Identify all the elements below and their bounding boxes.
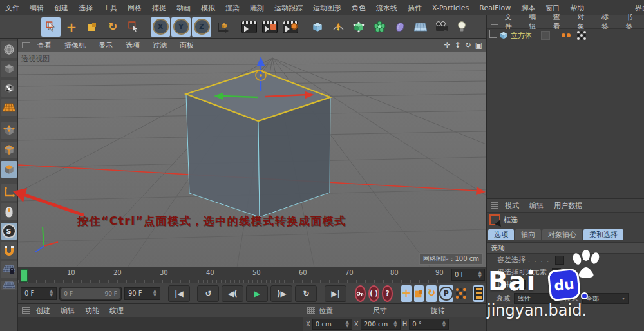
tab-soft-selection[interactable]: 柔和选择	[583, 229, 623, 240]
menu-mesh[interactable]: 网格	[122, 3, 147, 13]
tab-axis[interactable]: 轴向	[515, 229, 541, 240]
mode-dropdown[interactable]: 全部 ▾	[582, 293, 629, 304]
camera-button[interactable]	[431, 17, 451, 37]
panel-grid-icon[interactable]	[22, 307, 30, 314]
maximize-view-icon[interactable]: ▣	[475, 41, 482, 49]
falloff-dropdown[interactable]: 线性 ▾	[514, 293, 560, 304]
lock-z-axis-button[interactable]: Z	[192, 17, 211, 37]
keyframe-selection-button[interactable]: ?	[382, 285, 393, 302]
viewport-menu-options[interactable]: 选项	[119, 41, 146, 50]
next-frame-button[interactable]: )▶	[270, 285, 292, 302]
menu-help[interactable]: 帮助	[565, 3, 589, 13]
menu-snap[interactable]: 捕捉	[147, 3, 171, 13]
panel-grid-icon[interactable]	[491, 202, 498, 209]
rot-h-field[interactable]: 0 ° ▲▼	[409, 319, 449, 330]
viewport-menu-cameras[interactable]: 摄像机	[58, 41, 92, 50]
viewport-menu-view[interactable]: 查看	[31, 41, 58, 50]
menu-select[interactable]: 选择	[73, 3, 98, 13]
menu-animate[interactable]: 动画	[171, 3, 196, 13]
enable-checkbox[interactable]	[516, 280, 526, 289]
lock-x-axis-button[interactable]: X	[151, 17, 170, 37]
deformer-button[interactable]	[390, 17, 410, 37]
cube-object[interactable]	[186, 70, 330, 217]
timeline[interactable]: 0 10 20 30 40 50 60 70 80 90 0 F ▲▼	[18, 267, 486, 284]
material-menu-create[interactable]: 创建	[31, 306, 55, 316]
polygons-mode-button[interactable]	[1, 161, 17, 178]
play-backwards-button[interactable]: ↺	[197, 285, 219, 302]
menu-motion-tracker[interactable]: 运动跟踪	[269, 3, 308, 13]
menu-tools[interactable]: 工具	[98, 3, 122, 13]
viewport-menu-display[interactable]: 显示	[92, 41, 119, 50]
frame-range-slider[interactable]: 0 F 90 F	[59, 287, 122, 301]
material-menu-function[interactable]: 功能	[80, 306, 104, 316]
viewport-menu-panel[interactable]: 面板	[173, 41, 200, 50]
menu-plugins[interactable]: 插件	[402, 3, 427, 13]
move-tool-button[interactable]: +	[62, 17, 81, 37]
record-keyframe-button[interactable]	[355, 285, 366, 302]
stepper-icon[interactable]: ▲▼	[442, 321, 446, 328]
make-editable-button[interactable]	[1, 41, 17, 58]
stepper-icon[interactable]: ▲▼	[46, 290, 53, 297]
texture-mode-button[interactable]	[1, 80, 17, 97]
panel-grid-icon[interactable]	[491, 19, 498, 25]
subdivision-surface-button[interactable]	[349, 17, 368, 37]
am-menu-mode[interactable]: 模式	[500, 201, 524, 211]
pos-x-field[interactable]: 0 cm ▲▼	[312, 319, 352, 330]
menu-xparticles[interactable]: X-Particles	[427, 4, 474, 12]
object-name[interactable]: 立方体	[511, 31, 532, 41]
snap-button[interactable]: S	[1, 223, 17, 240]
stepper-icon[interactable]: ▲▼	[345, 321, 348, 328]
am-menu-userdata[interactable]: 用户数据	[549, 201, 587, 211]
rotate-tool-button[interactable]: ↻	[103, 17, 122, 37]
current-frame-field[interactable]: 0 F ▲▼	[21, 287, 57, 300]
current-frame-box[interactable]: 0 F ▲▼	[451, 269, 485, 281]
viewport-menu-filter[interactable]: 过滤	[146, 41, 173, 50]
add-spline-button[interactable]	[328, 17, 348, 37]
mograph-generator-button[interactable]	[370, 17, 389, 37]
am-menu-edit[interactable]: 编辑	[524, 201, 549, 211]
panel-grid-icon[interactable]	[307, 307, 315, 314]
light-button[interactable]	[452, 17, 471, 37]
workplane-mode-button[interactable]	[1, 99, 17, 116]
menu-mograph[interactable]: 运动图形	[308, 3, 346, 13]
menu-interface[interactable]: 界面	[630, 3, 644, 13]
menu-edit[interactable]: 编辑	[24, 3, 49, 13]
options-section-header[interactable]: 选项	[487, 242, 644, 254]
live-selection-button[interactable]	[124, 17, 143, 37]
go-to-end-button[interactable]: ▶|	[325, 285, 346, 302]
workplane-grid-button[interactable]	[1, 281, 17, 290]
go-to-start-button[interactable]: |◀	[168, 285, 190, 302]
edges-mode-button[interactable]	[1, 142, 17, 158]
lock-y-axis-button[interactable]: Y	[171, 17, 191, 37]
workplane-lock-button[interactable]	[1, 261, 17, 278]
panel-grid-icon[interactable]	[22, 42, 30, 48]
key-pla-button[interactable]	[456, 285, 466, 302]
previous-frame-button[interactable]: ◀(	[222, 285, 243, 302]
menu-script[interactable]: 脚本	[516, 3, 540, 13]
phong-tag-icon[interactable]	[577, 31, 586, 40]
menu-simulate[interactable]: 模拟	[196, 3, 220, 13]
key-scale-button[interactable]	[414, 285, 424, 302]
coordinate-system-button[interactable]	[213, 17, 232, 37]
loop-button[interactable]: ↻	[295, 285, 317, 302]
timeline-playhead[interactable]	[21, 269, 28, 282]
timeline-window-button[interactable]	[473, 285, 484, 302]
add-primitive-button[interactable]	[308, 17, 327, 37]
stepper-icon[interactable]: ▲▼	[393, 321, 397, 328]
tab-object-axis[interactable]: 对象轴心	[542, 229, 582, 240]
play-button[interactable]: ▶	[246, 285, 268, 302]
menu-create[interactable]: 创建	[49, 3, 73, 13]
menu-window[interactable]: 窗口	[540, 3, 565, 13]
magnet-snap-button[interactable]	[1, 242, 17, 259]
zoom-view-icon[interactable]: ↕	[455, 41, 461, 49]
tolerant-selection-checkbox[interactable]	[555, 256, 564, 265]
autokey-button[interactable]: ( )	[368, 285, 379, 302]
pan-view-icon[interactable]: ✛	[444, 41, 450, 49]
menu-pipeline[interactable]: 流水线	[371, 3, 402, 13]
key-rotation-button[interactable]: ↻	[426, 285, 437, 302]
tab-options[interactable]: 选项	[488, 229, 514, 240]
size-x-field[interactable]: 200 cm ▲▼	[361, 319, 401, 330]
menu-file[interactable]: 文件	[0, 3, 24, 13]
stepper-icon[interactable]: ▲▼	[149, 290, 156, 297]
rotate-view-icon[interactable]: ↻	[465, 41, 471, 49]
